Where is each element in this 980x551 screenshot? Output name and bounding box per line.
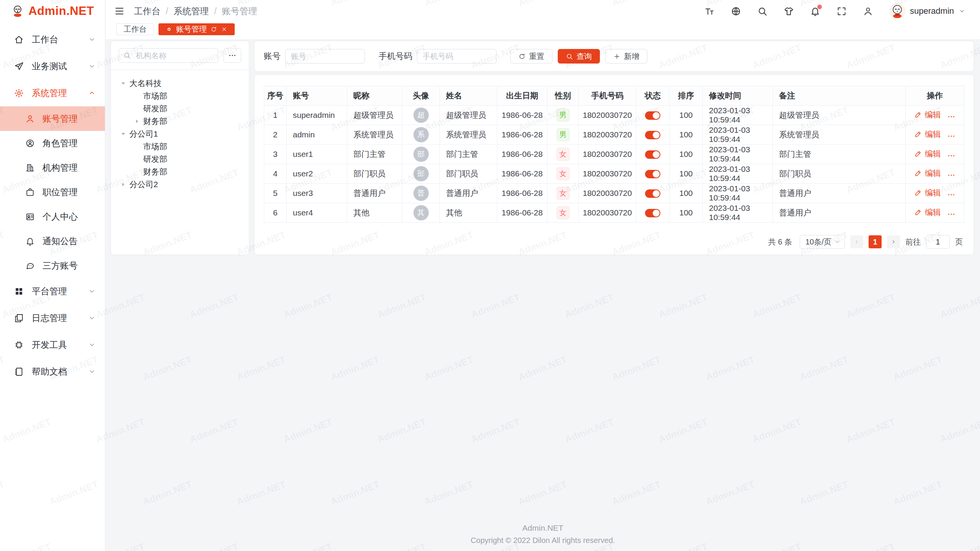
tab-close-icon[interactable] — [221, 26, 227, 33]
sidebar-item-label: 日志管理 — [32, 312, 88, 324]
col-account: 账号 — [287, 86, 347, 106]
sidebar-item-label: 开发工具 — [32, 339, 88, 351]
caret-right-icon[interactable] — [133, 117, 141, 125]
tree-node[interactable]: 分公司2 — [115, 178, 245, 191]
sidebar-subitem-2-2[interactable]: 机构管理 — [0, 155, 105, 180]
cell-remark: 系统管理员 — [773, 125, 906, 145]
cell-remark: 普通用户 — [773, 184, 906, 203]
sidebar-subitem-2-4[interactable]: 个人中心 — [0, 204, 105, 229]
edit-icon — [914, 189, 922, 197]
sidebar-item-4[interactable]: 日志管理 — [0, 305, 105, 331]
logo[interactable]: Admin.NET — [0, 0, 105, 22]
tree-node[interactable]: 市场部 — [115, 140, 245, 153]
chevron-down-icon — [88, 287, 96, 295]
status-toggle[interactable] — [645, 170, 660, 178]
notification-icon[interactable] — [810, 6, 820, 16]
row-more-button[interactable] — [947, 112, 956, 121]
sidebar-item-3[interactable]: 平台管理 — [0, 278, 105, 305]
cell-birth: 1986-06-28 — [497, 145, 547, 164]
prev-page-button[interactable] — [850, 235, 863, 248]
user-icon[interactable] — [863, 6, 873, 16]
goto-page-input[interactable] — [926, 235, 950, 249]
status-toggle[interactable] — [645, 131, 660, 139]
gender-badge: 女 — [557, 187, 570, 200]
tab-refresh-icon[interactable] — [211, 26, 217, 33]
sidebar-item-1[interactable]: 业务测试 — [0, 53, 105, 80]
add-button[interactable]: 新增 — [605, 49, 647, 64]
edit-button[interactable]: 编辑 — [914, 148, 941, 159]
font-size-icon[interactable] — [704, 6, 715, 16]
sidebar-subitem-label: 三方账号 — [42, 260, 96, 272]
filter-bar: 账号 手机号码 重置 查询 新增 — [255, 41, 973, 71]
avatar: 超 — [413, 108, 429, 123]
col-actions: 操作 — [906, 86, 964, 106]
sidebar-subitem-2-6[interactable]: 三方账号 — [0, 253, 105, 278]
search-button[interactable]: 查询 — [558, 49, 600, 64]
user-menu[interactable]: superadmin — [889, 3, 965, 19]
fullscreen-icon[interactable] — [836, 6, 847, 16]
global-search-icon[interactable] — [757, 6, 768, 16]
sidebar-item-0[interactable]: 工作台 — [0, 26, 105, 53]
send-icon — [14, 61, 24, 72]
caret-down-icon[interactable] — [119, 80, 127, 87]
status-toggle[interactable] — [645, 150, 660, 159]
caret-down-icon[interactable] — [119, 130, 127, 138]
sidebar-subitem-label: 个人中心 — [42, 211, 96, 223]
breadcrumb-item-workbench[interactable]: 工作台 — [134, 5, 160, 17]
sidebar-item-5[interactable]: 开发工具 — [0, 331, 105, 358]
status-toggle[interactable] — [645, 209, 660, 217]
avatar: 部 — [413, 166, 429, 181]
reset-button[interactable]: 重置 — [510, 49, 552, 64]
org-search-input[interactable] — [119, 48, 218, 63]
account-input[interactable] — [285, 49, 365, 64]
cell-remark: 超级管理员 — [773, 106, 906, 125]
tab-workbench[interactable]: 工作台 — [116, 23, 154, 35]
status-toggle[interactable] — [645, 111, 660, 120]
cell-gender: 女 — [547, 203, 579, 223]
current-page[interactable]: 1 — [869, 235, 882, 248]
tree-node[interactable]: 研发部 — [115, 102, 245, 115]
row-more-button[interactable] — [947, 171, 956, 179]
row-more-button[interactable] — [947, 132, 956, 140]
cell-order: 100 — [670, 184, 703, 203]
tree-node[interactable]: 分公司1 — [115, 127, 245, 140]
cell-birth: 1986-06-28 — [497, 203, 547, 223]
row-more-button[interactable] — [947, 152, 956, 160]
tree-node[interactable]: 市场部 — [115, 90, 245, 102]
edit-button[interactable]: 编辑 — [914, 187, 941, 198]
edit-button[interactable]: 编辑 — [914, 207, 941, 218]
next-page-button[interactable] — [887, 235, 900, 248]
sidebar-subitem-2-5[interactable]: 通知公告 — [0, 229, 105, 253]
status-toggle[interactable] — [645, 189, 660, 198]
menu-fold-icon[interactable] — [114, 6, 125, 16]
tree-node-label: 研发部 — [143, 103, 167, 114]
pagination-total: 共 6 条 — [768, 237, 792, 247]
breadcrumb-item-system[interactable]: 系统管理 — [173, 5, 209, 17]
sidebar-subitem-2-3[interactable]: 职位管理 — [0, 180, 105, 204]
tree-node[interactable]: 财务部 — [115, 165, 245, 178]
sidebar-item-6[interactable]: 帮助文档 — [0, 358, 105, 385]
cell-birth: 1986-06-28 — [497, 125, 547, 145]
tab-account-management[interactable]: 账号管理 — [158, 23, 235, 35]
tree-more-button[interactable] — [224, 48, 241, 63]
edit-button[interactable]: 编辑 — [914, 168, 941, 179]
tree-node[interactable]: 研发部 — [115, 153, 245, 165]
cell-birth: 1986-06-28 — [497, 184, 547, 203]
tree-node[interactable]: 大名科技 — [115, 77, 245, 90]
caret-right-icon[interactable] — [119, 181, 127, 188]
col-status: 状态 — [636, 86, 670, 106]
sidebar-item-2[interactable]: 系统管理 — [0, 80, 105, 106]
sidebar-subitem-2-0[interactable]: 账号管理 — [0, 106, 105, 131]
row-more-button[interactable] — [947, 210, 956, 218]
tree-node[interactable]: 财务部 — [115, 115, 245, 127]
cell-time: 2023-01-03 10:59:44 — [703, 203, 773, 223]
page-size-select[interactable]: 10条/页 — [800, 235, 845, 249]
top-navbar: 工作台 / 系统管理 / 账号管理 superadmin — [106, 0, 980, 22]
edit-button[interactable]: 编辑 — [914, 129, 941, 140]
language-icon[interactable] — [731, 6, 741, 16]
theme-icon[interactable] — [784, 6, 794, 16]
phone-input[interactable] — [417, 49, 497, 64]
edit-button[interactable]: 编辑 — [914, 109, 941, 120]
row-more-button[interactable] — [947, 191, 956, 199]
sidebar-subitem-2-1[interactable]: 角色管理 — [0, 131, 105, 155]
